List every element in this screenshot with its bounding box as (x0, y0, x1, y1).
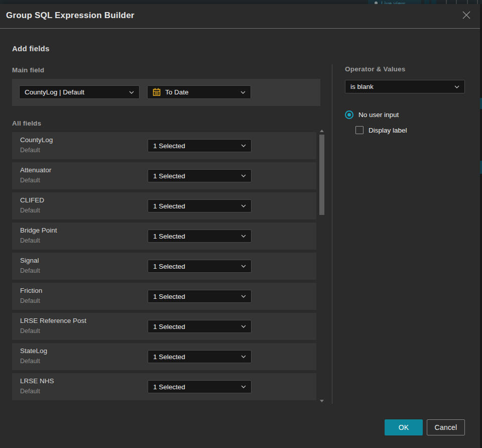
field-selected-select[interactable]: 1 Selected (148, 350, 252, 363)
toolbar-separator (456, 0, 457, 4)
chevron-down-icon (241, 355, 246, 358)
calendar-icon (153, 88, 161, 96)
field-subtitle: Default (20, 358, 40, 365)
close-icon (462, 11, 471, 22)
cancel-button[interactable]: Cancel (427, 419, 465, 435)
toolbar-separator (446, 0, 447, 4)
scrollbar-thumb[interactable] (319, 135, 324, 215)
field-name: Friction (20, 287, 42, 294)
operator-select[interactable]: is blank (345, 80, 465, 93)
field-selected-value: 1 Selected (153, 142, 185, 150)
field-selected-value: 1 Selected (153, 323, 185, 330)
field-selected-value: 1 Selected (153, 383, 185, 391)
edge-fragment (480, 98, 482, 109)
field-row: FrictionDefault1 Selected (12, 283, 316, 310)
field-subtitle: Default (20, 207, 40, 214)
scroll-up-button[interactable] (319, 129, 325, 133)
field-selected-select[interactable]: 1 Selected (148, 139, 252, 152)
edge-fragment (480, 161, 482, 174)
field-row: Bridge PointDefault1 Selected (12, 222, 316, 250)
live-view-button[interactable]: Live view (368, 0, 421, 4)
toolbar-fragment-icon (431, 0, 436, 4)
field-selected-select[interactable]: 1 Selected (148, 320, 252, 333)
field-subtitle: Default (20, 237, 40, 244)
field-selected-select[interactable]: 1 Selected (148, 260, 252, 273)
date-type-select[interactable]: To Date (147, 85, 251, 99)
field-name: LRSE Reference Post (20, 317, 86, 324)
field-selected-value: 1 Selected (153, 263, 185, 270)
field-name: LRSE NHS (20, 377, 54, 385)
field-row: CountyLogDefault1 Selected (12, 132, 316, 159)
chevron-down-icon (240, 91, 246, 94)
toolbar-separator (477, 0, 478, 4)
all-fields-label: All fields (12, 120, 41, 127)
dialog-title-bar: Group SQL Expression Builder (0, 4, 480, 29)
field-selected-value: 1 Selected (153, 353, 185, 361)
close-button[interactable] (461, 11, 472, 22)
field-selected-select[interactable]: 1 Selected (148, 230, 252, 243)
field-selected-value: 1 Selected (153, 233, 185, 240)
add-fields-heading: Add fields (12, 44, 50, 53)
display-label-option[interactable]: Display label (355, 126, 407, 134)
toolbar-separator (467, 0, 468, 4)
field-row: LRSE Reference PostDefault1 Selected (12, 313, 316, 340)
no-user-input-label: No user input (358, 111, 399, 119)
group-sql-expression-builder-dialog: Group SQL Expression Builder Add fields … (0, 4, 480, 448)
chevron-down-icon (129, 91, 134, 94)
field-subtitle: Default (20, 388, 40, 395)
dialog-title: Group SQL Expression Builder (6, 11, 135, 21)
background-app-edge (480, 4, 482, 448)
field-selected-select[interactable]: 1 Selected (148, 380, 252, 393)
background-toolbar: Live view (0, 0, 482, 4)
panel-divider (332, 64, 332, 404)
field-name: Bridge Point (20, 227, 57, 234)
field-subtitle: Default (20, 297, 40, 304)
operator-select-value: is blank (350, 83, 374, 90)
field-row: LRSE NHSDefault1 Selected (12, 373, 316, 400)
field-selected-value: 1 Selected (153, 172, 185, 180)
field-selected-value: 1 Selected (153, 202, 185, 210)
field-name: StateLog (20, 347, 47, 355)
field-subtitle: Default (20, 147, 40, 154)
chevron-down-icon (241, 325, 246, 328)
main-field-select[interactable]: CountyLog | Default (19, 85, 140, 99)
chevron-down-icon (241, 144, 246, 147)
live-view-label: Live view (381, 1, 405, 4)
scroll-down-button[interactable] (319, 399, 325, 403)
field-selected-select[interactable]: 1 Selected (148, 169, 252, 182)
chevron-down-icon (241, 204, 246, 207)
field-subtitle: Default (20, 177, 40, 184)
main-field-label: Main field (12, 66, 44, 74)
field-selected-value: 1 Selected (153, 293, 185, 300)
field-subtitle: Default (20, 267, 40, 274)
main-field-panel: CountyLog | Default To Date (12, 79, 320, 106)
field-row: StateLogDefault1 Selected (12, 343, 316, 370)
chevron-down-icon (241, 265, 246, 268)
field-row: CLIFEDDefault1 Selected (12, 192, 316, 219)
chevron-down-icon (454, 85, 459, 88)
main-field-select-value: CountyLog | Default (25, 88, 84, 96)
toolbar-fragment-icon (424, 0, 429, 4)
chevron-down-icon (241, 295, 246, 298)
date-type-select-value: To Date (165, 88, 189, 96)
chevron-down-icon (241, 385, 246, 388)
field-name: CountyLog (20, 136, 53, 144)
screen: Live view Group SQL Expression Builder A… (0, 0, 482, 448)
field-row: AttenuatorDefault1 Selected (12, 162, 316, 189)
field-subtitle: Default (20, 327, 40, 334)
ok-button[interactable]: OK (385, 419, 423, 435)
chevron-down-icon (241, 235, 246, 238)
display-label-text: Display label (369, 127, 407, 134)
display-label-checkbox[interactable] (355, 126, 364, 134)
operator-values-heading: Operator & Values (345, 65, 405, 73)
no-user-input-radio[interactable] (345, 110, 353, 119)
field-name: CLIFED (20, 196, 44, 204)
no-user-input-option[interactable]: No user input (345, 110, 399, 119)
field-selected-select[interactable]: 1 Selected (148, 290, 252, 303)
field-name: Signal (20, 257, 39, 264)
field-name: Attenuator (20, 166, 51, 174)
field-selected-select[interactable]: 1 Selected (148, 199, 252, 212)
field-row: SignalDefault1 Selected (12, 253, 316, 280)
chevron-down-icon (241, 174, 246, 177)
